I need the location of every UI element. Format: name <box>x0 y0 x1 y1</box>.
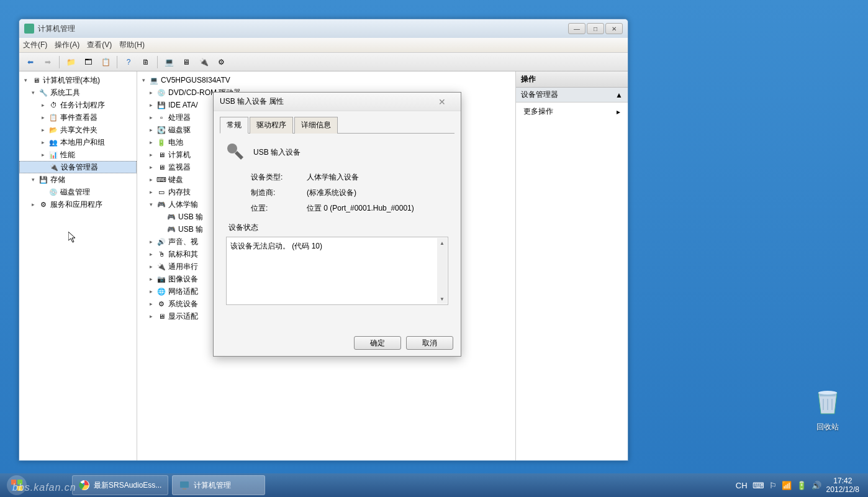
recycle-bin[interactable]: 回收站 <box>806 385 849 432</box>
tree-storage[interactable]: ▾💾存储 <box>19 173 137 186</box>
dialog-close-button[interactable]: ✕ <box>430 96 454 107</box>
status-scrollbar[interactable]: ▲ ▼ <box>437 238 447 304</box>
taskbar-item-chrome[interactable]: 最新SRSAudioEss... <box>72 475 168 495</box>
dialog-title-text: USB 输入设备 属性 <box>220 96 430 107</box>
device-icon[interactable]: 💻 <box>161 55 176 70</box>
device-computer[interactable]: ▾💻CV5HPGUS8I34ATV <box>137 74 515 86</box>
menu-file[interactable]: 文件(F) <box>23 40 47 50</box>
forward-button[interactable]: ➡ <box>40 55 55 70</box>
svg-rect-5 <box>11 486 16 491</box>
status-label: 设备状态 <box>228 222 448 233</box>
actions-header: 操作 <box>516 71 628 88</box>
titlebar[interactable]: 计算机管理 — □ ✕ <box>19 19 628 38</box>
svg-rect-6 <box>17 486 22 491</box>
tree-root[interactable]: ▾🖥计算机管理(本地) <box>19 74 137 86</box>
tree-event-viewer[interactable]: ▸📋事件查看器 <box>19 111 137 124</box>
app-icon <box>24 24 34 34</box>
tool-icon[interactable]: 🗎 <box>138 55 153 70</box>
window-title: 计算机管理 <box>38 24 568 34</box>
manufacturer-label: 制造商: <box>251 188 307 198</box>
wifi-icon[interactable]: 📶 <box>782 481 792 490</box>
taskbar: 最新SRSAudioEss... 计算机管理 CH ⌨ ⚐ 📶 🔋 🔊 17:4… <box>0 473 868 497</box>
collapse-icon[interactable]: ▲ <box>615 91 623 99</box>
scroll-up-icon[interactable]: ▲ <box>437 238 447 248</box>
uninstall-icon[interactable]: 🔌 <box>196 55 211 70</box>
svg-rect-10 <box>183 488 186 490</box>
scroll-down-icon[interactable]: ▼ <box>437 294 447 304</box>
compmgmt-icon <box>179 480 190 491</box>
svg-point-2 <box>7 475 27 495</box>
recycle-bin-icon <box>812 385 843 416</box>
tree-shared-folders[interactable]: ▸📂共享文件夹 <box>19 124 137 136</box>
device-name: USB 输入设备 <box>253 147 301 158</box>
windows-logo-icon <box>6 475 27 496</box>
svg-rect-4 <box>17 480 22 485</box>
svg-rect-3 <box>11 480 16 485</box>
maximize-button[interactable]: □ <box>587 23 604 34</box>
properties-button[interactable]: 📋 <box>98 55 113 70</box>
start-button[interactable] <box>2 475 31 496</box>
keyboard-icon[interactable]: ⌨ <box>753 481 764 490</box>
tree-services[interactable]: ▸⚙服务和应用程序 <box>19 198 137 211</box>
language-indicator[interactable]: CH <box>736 481 748 490</box>
status-text: 该设备无法启动。 (代码 10) <box>230 242 322 250</box>
device-icon <box>226 142 246 162</box>
show-hide-button[interactable]: 🗔 <box>81 55 96 70</box>
dialog-titlebar[interactable]: USB 输入设备 属性 ✕ <box>214 93 461 111</box>
menu-action[interactable]: 操作(A) <box>55 40 79 50</box>
cancel-button[interactable]: 取消 <box>406 336 453 350</box>
svg-point-0 <box>227 144 237 153</box>
scan-icon[interactable]: 🖥 <box>179 55 194 70</box>
battery-icon[interactable]: 🔋 <box>797 481 807 490</box>
actions-pane: 操作 设备管理器▲ 更多操作▸ <box>516 71 628 460</box>
status-textbox[interactable]: 该设备无法启动。 (代码 10) ▲ ▼ <box>226 237 448 305</box>
close-button[interactable]: ✕ <box>605 23 623 34</box>
menu-view[interactable]: 查看(V) <box>87 40 112 50</box>
taskbar-clock[interactable]: 17:42 2012/12/8 <box>826 476 859 494</box>
location-value: 位置 0 (Port_#0001.Hub_#0001) <box>307 203 414 214</box>
update-icon[interactable]: ⚙ <box>214 55 228 70</box>
dialog-tabs: 常规 驱动程序 详细信息 <box>220 116 454 134</box>
minimize-button[interactable]: — <box>568 23 585 34</box>
tree-local-users[interactable]: ▸👥本地用户和组 <box>19 136 137 148</box>
toolbar: ⬅ ➡ 📁 🗔 📋 ? 🗎 💻 🖥 🔌 ⚙ <box>19 53 628 71</box>
menu-help[interactable]: 帮助(H) <box>119 40 145 50</box>
menubar: 文件(F) 操作(A) 查看(V) 帮助(H) <box>19 38 628 53</box>
tab-driver[interactable]: 驱动程序 <box>250 117 293 134</box>
system-tray: CH ⌨ ⚐ 📶 🔋 🔊 17:42 2012/12/8 <box>736 476 866 494</box>
taskbar-item-compmgmt[interactable]: 计算机管理 <box>172 475 265 495</box>
location-label: 位置: <box>251 203 307 214</box>
recycle-bin-label: 回收站 <box>806 422 849 432</box>
manufacturer-value: (标准系统设备) <box>307 188 356 198</box>
help-button[interactable]: ? <box>121 55 136 70</box>
properties-dialog: USB 输入设备 属性 ✕ 常规 驱动程序 详细信息 USB 输入设备 设备类型… <box>213 92 461 357</box>
type-value: 人体学输入设备 <box>307 172 359 183</box>
tree-system-tools[interactable]: ▾🔧系统工具 <box>19 86 137 99</box>
up-button[interactable]: 📁 <box>63 55 78 70</box>
svg-rect-9 <box>180 481 189 488</box>
tree-device-manager[interactable]: 🔌设备管理器 <box>19 161 137 173</box>
svg-point-1 <box>818 391 837 394</box>
action-center-icon[interactable]: ⚐ <box>769 481 777 490</box>
type-label: 设备类型: <box>251 172 307 183</box>
tree-performance[interactable]: ▸📊性能 <box>19 148 137 161</box>
ok-button[interactable]: 确定 <box>354 336 401 350</box>
actions-sub: 设备管理器▲ <box>516 88 628 103</box>
tree-disk-mgmt[interactable]: 💿磁盘管理 <box>19 186 137 198</box>
tab-general[interactable]: 常规 <box>220 117 248 134</box>
chrome-icon <box>79 480 90 491</box>
tree-task-scheduler[interactable]: ▸⏱任务计划程序 <box>19 99 137 111</box>
volume-icon[interactable]: 🔊 <box>811 481 821 490</box>
left-tree: ▾🖥计算机管理(本地) ▾🔧系统工具 ▸⏱任务计划程序 ▸📋事件查看器 ▸📂共享… <box>19 71 137 460</box>
tab-details[interactable]: 详细信息 <box>294 117 338 134</box>
more-actions[interactable]: 更多操作▸ <box>516 103 628 121</box>
expand-icon: ▸ <box>617 107 620 116</box>
back-button[interactable]: ⬅ <box>23 55 38 70</box>
